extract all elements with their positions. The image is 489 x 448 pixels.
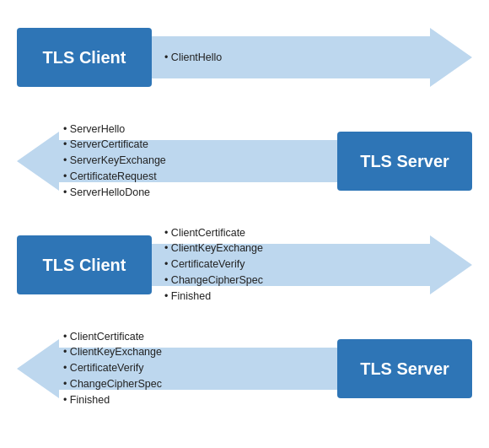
tls-client-label-3: TLS Client (17, 235, 152, 294)
tls-server-label-4: TLS Server (337, 339, 472, 398)
bullet-item: • ClientCertificate (63, 329, 162, 345)
bullet-item: • ChangeCipherSpec (63, 376, 162, 392)
bullet-item: • ClientHello (164, 49, 222, 65)
bullet-item: • ClientKeyExchange (164, 240, 263, 256)
bullet-item: • ServerCertificate (63, 137, 166, 153)
arrow-right-1: TLS Client • ClientHello (17, 24, 472, 91)
arrow-left-4: TLS Server • ClientCertificate • ClientK… (17, 335, 472, 402)
bullet-item: • ServerHelloDone (63, 185, 166, 201)
bullet-item: • Finished (63, 392, 162, 408)
bullets-1: • ClientHello (164, 49, 222, 65)
bullet-item: • CertificateVerify (63, 360, 162, 376)
bullet-item: • ServerHello (63, 121, 166, 138)
row-4: TLS Server • ClientCertificate • ClientK… (17, 320, 472, 417)
row-3: TLS Client • ClientCertificate • ClientK… (17, 216, 472, 313)
bullet-item: • ServerKeyExchange (63, 153, 166, 169)
row-2: TLS Server • ServerHello • ServerCertifi… (17, 112, 472, 209)
bullet-item: • CertificateRequest (63, 169, 166, 185)
bullets-3: • ClientCertificate • ClientKeyExchange … (164, 225, 263, 305)
arrow-right-3: TLS Client • ClientCertificate • ClientK… (17, 231, 472, 299)
bullets-2: • ServerHello • ServerCertificate • Serv… (63, 121, 166, 201)
bullet-item: • ChangeCipherSpec (164, 273, 263, 289)
bullet-item: • Finished (164, 289, 263, 305)
bullet-item: • ClientCertificate (164, 225, 263, 241)
bullets-4: • ClientCertificate • ClientKeyExchange … (63, 329, 162, 408)
arrow-left-2: TLS Server • ServerHello • ServerCertifi… (17, 127, 472, 195)
bullet-item: • CertificateVerify (164, 256, 263, 273)
tls-server-label-2: TLS Server (337, 132, 472, 191)
tls-client-label-1: TLS Client (17, 28, 152, 87)
tls-handshake-diagram: TLS Client • ClientHello TLS Server • Se… (0, 0, 489, 448)
row-1: TLS Client • ClientHello (17, 8, 472, 105)
bullet-item: • ClientKeyExchange (63, 344, 162, 360)
